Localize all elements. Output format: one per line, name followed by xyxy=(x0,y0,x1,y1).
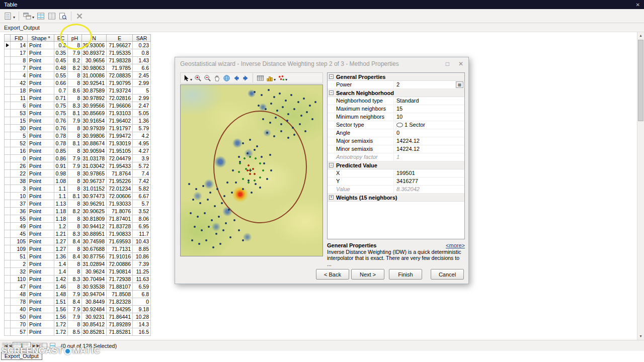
record-selector-cell[interactable] xyxy=(4,193,11,200)
record-selector-cell[interactable] xyxy=(4,328,11,336)
table-row[interactable]: 6Point0.758.330.9956671.966062.47 xyxy=(4,102,151,110)
table-row[interactable]: 49Point1.2830.9441271.837286.95 xyxy=(4,223,151,230)
record-selector-cell[interactable] xyxy=(4,208,11,215)
record-selector-cell[interactable] xyxy=(4,291,11,298)
previous-record-button[interactable]: ◀ xyxy=(9,343,11,348)
dropdown-caret-icon[interactable]: ▾ xyxy=(32,15,34,20)
record-selector-cell[interactable] xyxy=(4,87,11,95)
property-value[interactable]: 1 Sector xyxy=(394,121,464,129)
dropdown-caret-icon[interactable]: ▾ xyxy=(190,77,192,82)
record-selector-cell[interactable] xyxy=(4,140,11,147)
record-selector-cell[interactable] xyxy=(4,170,11,177)
table-row[interactable]: 42Point0.66830.9254171.907952.99 xyxy=(4,79,151,87)
record-selector-cell[interactable] xyxy=(4,125,11,132)
collapse-icon[interactable]: − xyxy=(329,90,334,95)
full-extent-globe-icon[interactable] xyxy=(222,73,231,82)
table-row[interactable]: 47Point1.46830.9353871.881076.59 xyxy=(4,283,151,291)
scroll-down-icon[interactable]: ▼ xyxy=(637,333,644,340)
property-value[interactable]: 14224.12 xyxy=(394,137,464,145)
neighbors-points-icon[interactable] xyxy=(277,73,286,82)
table-row[interactable]: 105Point1.278.430.7459871.6959310.43 xyxy=(4,238,151,245)
switch-selection-icon[interactable] xyxy=(36,11,46,21)
table-row[interactable]: 36Point1.188.230.9062571.80763.52 xyxy=(4,208,151,215)
table-row[interactable]: 45Point1.218.330.8895171.9083311.7 xyxy=(4,230,151,238)
column-header-fid[interactable]: FID xyxy=(11,34,28,42)
table-row[interactable]: 30Point0.76830.9793971.917975.79 xyxy=(4,125,151,132)
record-selector-cell[interactable] xyxy=(4,230,11,238)
last-record-button[interactable]: ▶| xyxy=(37,343,40,348)
record-selector-cell[interactable] xyxy=(4,117,11,125)
table-row[interactable]: 48Point1.487.930.9470471.85086.8 xyxy=(4,291,151,298)
property-value[interactable]: 199501 xyxy=(394,169,464,177)
table-row[interactable]: 109Point1.27830.6768871.71318.85 xyxy=(4,245,151,253)
record-selector-cell[interactable] xyxy=(4,268,11,276)
delete-selected-icon[interactable] xyxy=(74,11,85,21)
dialog-titlebar[interactable]: Geostatistical wizard - Inverse Distance… xyxy=(175,57,468,70)
record-selector-cell[interactable] xyxy=(4,147,11,155)
property-group-weights-15-neighbors[interactable]: +Weights (15 neighbors) xyxy=(328,194,464,202)
record-selector-cell[interactable] xyxy=(4,223,11,230)
record-selector-cell[interactable] xyxy=(4,313,11,321)
dropdown-caret-icon[interactable]: ▾ xyxy=(285,77,287,82)
scrollbar-thumb[interactable] xyxy=(638,40,643,121)
record-selector-cell[interactable] xyxy=(4,306,11,313)
related-tables-icon[interactable] xyxy=(22,11,32,21)
record-selector-cell[interactable] xyxy=(4,49,11,57)
table-options-icon[interactable] xyxy=(3,11,13,21)
table-row[interactable]: 52Point0.788.130.8867471.930194.95 xyxy=(4,140,151,147)
table-row[interactable]: 37Point1.13830.9629171.930335.7 xyxy=(4,200,151,208)
bottom-tab-export-output[interactable]: Export_Output xyxy=(1,352,42,360)
record-selector-cell[interactable] xyxy=(4,110,11,117)
record-selector-cell[interactable] xyxy=(4,79,11,87)
table-row[interactable]: 40Point1.567.930.9248471.942959.18 xyxy=(4,306,151,313)
table-row[interactable]: 10Point1.18.130.9747372.006066.67 xyxy=(4,193,151,200)
idw-preview-map[interactable]: + xyxy=(180,84,323,256)
show-selected-records-icon[interactable] xyxy=(49,342,56,349)
record-selector-cell[interactable] xyxy=(4,155,11,162)
record-selector-cell[interactable] xyxy=(4,260,11,268)
zoom-to-selected-icon[interactable] xyxy=(58,11,68,21)
property-value[interactable]: 15 xyxy=(394,105,464,113)
record-selector-cell[interactable] xyxy=(4,238,11,245)
back-button[interactable]: < Back xyxy=(316,269,349,280)
record-selector-cell[interactable] xyxy=(4,102,11,110)
column-header-n[interactable]: N xyxy=(82,34,107,42)
dialog-maximize-icon[interactable]: □ xyxy=(446,60,449,67)
histogram-icon[interactable] xyxy=(265,73,274,82)
table-row[interactable]: 55Point1.18830.8180971.874018.06 xyxy=(4,215,151,223)
window-close-icon[interactable]: ✕ xyxy=(636,2,640,8)
back-arrow-icon[interactable] xyxy=(231,73,240,82)
record-selector-cell[interactable] xyxy=(4,95,11,102)
record-selector-cell[interactable] xyxy=(4,253,11,260)
scroll-up-icon[interactable]: ▲ xyxy=(637,32,644,39)
record-selector-cell[interactable] xyxy=(4,64,11,72)
table-row[interactable]: 57Point1.728.530.8528171.8528116.5 xyxy=(4,328,151,336)
table-row[interactable]: 16Point0.85830.9059471.951054.27 xyxy=(4,147,151,155)
pan-hand-icon[interactable] xyxy=(212,73,221,82)
table-vertical-scrollbar[interactable]: ▲ ▼ xyxy=(637,32,644,340)
zoom-out-icon[interactable] xyxy=(203,73,212,82)
cancel-button[interactable]: Cancel xyxy=(431,269,464,280)
column-header-shape[interactable]: Shape * xyxy=(28,34,54,42)
next-button[interactable]: Next > xyxy=(351,269,384,280)
property-value[interactable]: 2▦ xyxy=(394,81,464,88)
collapse-icon[interactable]: − xyxy=(329,163,334,167)
table-row[interactable]: 53Point0.758.130.8566971.931035.05 xyxy=(4,110,151,117)
cursor-arrow-icon[interactable] xyxy=(182,73,191,82)
record-selector-cell[interactable] xyxy=(4,283,11,291)
record-selector-cell[interactable] xyxy=(4,321,11,328)
table-row[interactable]: 110Point1.428.330.7049471.7293811.63 xyxy=(4,276,151,283)
record-selector-cell[interactable] xyxy=(4,276,11,283)
table-row[interactable]: 17Point0.357.930.8937271.953350.8 xyxy=(4,49,151,57)
record-selector-cell[interactable] xyxy=(4,200,11,208)
column-header-e[interactable]: E xyxy=(107,34,133,42)
record-selector-cell[interactable] xyxy=(4,42,11,49)
table-row[interactable]: 18Point0.78.630.8758971.937245 xyxy=(4,87,151,95)
record-selector-cell[interactable] xyxy=(4,298,11,306)
property-value[interactable]: 10 xyxy=(394,113,464,121)
table-row[interactable]: 15Point0.767.930.9165471.964021.36 xyxy=(4,117,151,125)
property-value[interactable]: 3416277 xyxy=(394,177,464,185)
property-value[interactable]: Standard xyxy=(394,97,464,105)
column-header-sar[interactable]: SAR xyxy=(133,34,151,42)
dropdown-caret-icon[interactable]: ▾ xyxy=(274,77,276,82)
